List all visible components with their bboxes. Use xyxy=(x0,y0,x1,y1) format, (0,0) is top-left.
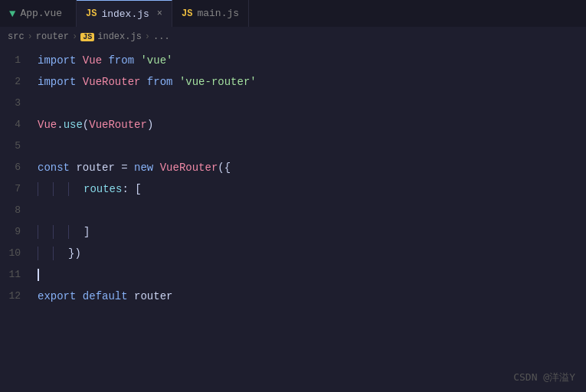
token-prop: routes xyxy=(83,183,122,195)
line-number-8: 8 xyxy=(0,200,34,221)
code-line-6: 6const router = new VueRouter({ xyxy=(0,157,586,178)
line-number-12: 12 xyxy=(0,286,34,307)
breadcrumb-src: src xyxy=(8,31,25,42)
indent-guide xyxy=(53,247,54,260)
token-plain xyxy=(76,54,82,67)
token-plain xyxy=(140,76,146,88)
token-punct: ] xyxy=(83,226,90,238)
code-line-8: 8 xyxy=(0,200,586,221)
indent-guide xyxy=(38,182,38,196)
token-punct: . xyxy=(57,119,63,131)
indent-guide xyxy=(68,225,69,239)
breadcrumb-ellipsis: ... xyxy=(153,31,170,42)
line-number-9: 9 xyxy=(0,221,34,243)
line-number-6: 6 xyxy=(0,157,34,178)
tab-label-app-vue: App.vue xyxy=(20,8,62,19)
breadcrumb-sep2: › xyxy=(72,31,77,42)
token-kw: import xyxy=(38,54,76,67)
token-punct: ( xyxy=(83,119,89,131)
indent-guide xyxy=(53,225,54,239)
line-number-4: 4 xyxy=(0,114,34,136)
token-kw: from xyxy=(108,54,134,67)
code-line-9: 9] xyxy=(0,221,586,243)
token-cls: VueRouter xyxy=(160,162,218,174)
js-icon-main: JS xyxy=(182,8,192,19)
token-punct: ) xyxy=(147,119,153,131)
indent-guide xyxy=(38,247,38,260)
token-str: 'vue' xyxy=(140,54,172,67)
code-line-11: 11 xyxy=(0,264,586,286)
token-punct: ({ xyxy=(218,162,231,174)
token-plain xyxy=(153,162,159,174)
vue-icon: ▼ xyxy=(9,8,15,20)
line-number-5: 5 xyxy=(0,136,34,157)
breadcrumb-router: router xyxy=(36,31,69,42)
token-plain: = xyxy=(115,162,134,174)
token-cls: Vue xyxy=(38,119,57,131)
indent-guide xyxy=(53,182,54,196)
indent-guide xyxy=(68,182,69,196)
close-icon-index-js[interactable]: × xyxy=(157,9,162,18)
breadcrumb-sep3: › xyxy=(145,31,150,42)
js-icon-index: JS xyxy=(86,8,97,19)
code-line-10: 10}) xyxy=(0,243,586,264)
line-content-2: import VueRouter from 'vue-router' xyxy=(34,71,586,93)
breadcrumb-index: index.js xyxy=(97,31,142,42)
token-plain xyxy=(172,76,178,88)
token-cls: VueRouter xyxy=(83,76,141,88)
token-punct: : [ xyxy=(122,183,141,195)
token-plain xyxy=(76,76,82,88)
breadcrumb: src › router › JS index.js › ... xyxy=(0,27,586,47)
code-line-3: 3 xyxy=(0,93,586,114)
token-kw: export xyxy=(38,290,76,302)
token-punct: }) xyxy=(68,247,81,260)
token-kw: import xyxy=(38,76,76,88)
tab-index-js[interactable]: JS index.js × xyxy=(77,0,172,27)
code-line-1: 1import Vue from 'vue' xyxy=(0,50,586,71)
line-content-7: routes: [ xyxy=(34,178,586,200)
line-content-9: ] xyxy=(34,221,586,243)
code-line-7: 7routes: [ xyxy=(0,178,586,200)
tab-label-index-js: index.js xyxy=(101,8,149,20)
line-content-1: import Vue from 'vue' xyxy=(34,50,586,71)
token-plain: router xyxy=(76,162,114,174)
token-kw: const xyxy=(38,162,70,174)
js-badge: JS xyxy=(80,33,94,41)
tab-bar: ▼ App.vue JS index.js × JS main.js xyxy=(0,0,586,27)
token-fn: use xyxy=(64,119,83,131)
breadcrumb-sep1: › xyxy=(28,31,33,42)
tab-main-js[interactable]: JS main.js xyxy=(172,0,249,27)
line-number-11: 11 xyxy=(0,264,34,286)
code-line-2: 2import VueRouter from 'vue-router' xyxy=(0,71,586,93)
token-plain xyxy=(76,290,82,302)
line-content-6: const router = new VueRouter({ xyxy=(34,157,586,178)
tab-label-main-js: main.js xyxy=(197,8,239,19)
token-kw: from xyxy=(147,76,173,88)
line-content-12: export default router xyxy=(34,286,586,307)
watermark: CSDN @洋溢Y xyxy=(513,371,575,384)
line-number-1: 1 xyxy=(0,50,34,71)
line-number-7: 7 xyxy=(0,178,34,200)
line-content-11 xyxy=(34,264,586,286)
line-content-10: }) xyxy=(34,243,586,264)
line-number-2: 2 xyxy=(0,71,34,93)
token-str: 'vue-router' xyxy=(179,76,257,88)
token-cls: VueRouter xyxy=(89,119,147,131)
token-kw: default xyxy=(83,290,128,302)
code-editor[interactable]: 1import Vue from 'vue'2import VueRouter … xyxy=(0,47,586,392)
line-content-4: Vue.use(VueRouter) xyxy=(34,114,586,136)
code-line-12: 12export default router xyxy=(0,286,586,307)
code-line-4: 4Vue.use(VueRouter) xyxy=(0,114,586,136)
line-number-3: 3 xyxy=(0,93,34,114)
token-plain: router xyxy=(134,290,172,302)
token-cls: Vue xyxy=(83,54,102,67)
tab-app-vue[interactable]: ▼ App.vue xyxy=(0,0,77,27)
indent-guide xyxy=(38,225,38,239)
token-plain xyxy=(128,290,134,302)
token-kw: new xyxy=(134,162,153,174)
line-number-10: 10 xyxy=(0,243,34,264)
code-line-5: 5 xyxy=(0,136,586,157)
